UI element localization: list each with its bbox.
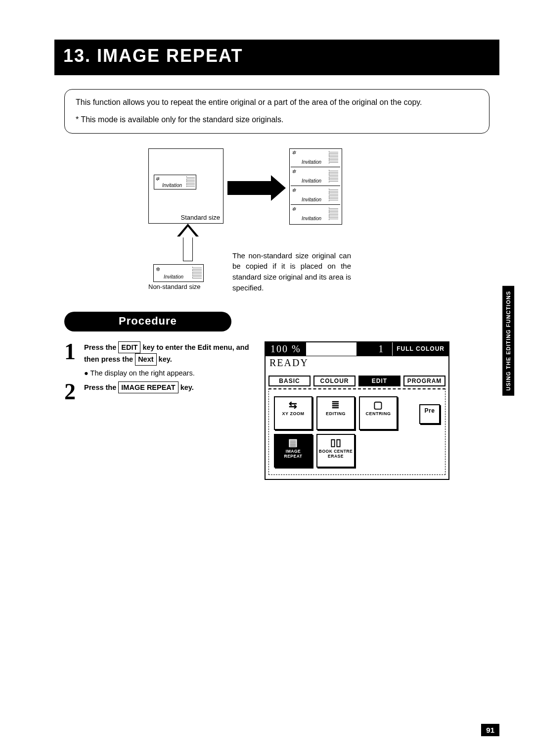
procedure-heading: Procedure bbox=[64, 312, 231, 331]
centring-icon: ▢ bbox=[361, 399, 396, 410]
invitation-repeat-1: ✲ Invitation bbox=[291, 149, 340, 167]
colour-mode: FULL COLOUR bbox=[393, 342, 448, 356]
page: 13. IMAGE REPEAT This function allows yo… bbox=[0, 0, 534, 756]
gear-icon: ✲ bbox=[156, 266, 160, 273]
step-2-pre: Press the bbox=[84, 383, 118, 391]
pattern-icon bbox=[329, 170, 338, 183]
panel-tabs: BASIC COLOUR EDIT PROGRAM bbox=[266, 376, 448, 386]
pattern-icon bbox=[329, 151, 338, 164]
ready-status: READY bbox=[266, 356, 448, 376]
intro-description: This function allows you to repeat the e… bbox=[76, 96, 478, 109]
pre-button[interactable]: Pre bbox=[419, 404, 440, 424]
editing-icon: ≣ bbox=[318, 399, 353, 410]
empty-cell bbox=[359, 434, 398, 468]
image-repeat-key: IMAGE REPEAT bbox=[118, 381, 178, 393]
editing-button[interactable]: ≣ EDITING bbox=[316, 396, 355, 430]
steps-area: 1 Press the EDIT key to enter the Edit m… bbox=[64, 341, 499, 411]
invitation-repeat-3: ✲ Invitation bbox=[291, 187, 340, 205]
next-key: Next bbox=[135, 353, 156, 365]
step-number-1: 1 bbox=[64, 338, 76, 365]
book-centre-erase-button[interactable]: ▯▯ BOOK CENTRE ERASE bbox=[316, 434, 355, 468]
nonstandard-card: ✲ Invitation bbox=[153, 264, 204, 282]
invitation-label: Invitation bbox=[302, 178, 321, 184]
pattern-icon bbox=[186, 176, 195, 187]
xy-zoom-button[interactable]: ⇆ XY ZOOM bbox=[274, 396, 312, 430]
panel-spacer bbox=[307, 342, 357, 356]
centring-label: CENTRING bbox=[366, 411, 391, 416]
gear-icon: ✲ bbox=[292, 188, 296, 193]
intro-box: This function allows you to repeat the e… bbox=[64, 89, 490, 134]
step-1: 1 Press the EDIT key to enter the Edit m… bbox=[64, 341, 262, 378]
step-2: 2 Press the IMAGE REPEAT key. bbox=[64, 381, 262, 411]
tab-program[interactable]: PROGRAM bbox=[403, 376, 445, 386]
panel-button-grid: ⇆ XY ZOOM ≣ EDITING ▢ CENTRING Pre ▤ IMA… bbox=[268, 388, 445, 475]
step-1-sub: ● The display on the right appears. bbox=[84, 368, 262, 378]
invitation-label: Invitation bbox=[302, 197, 321, 202]
invitation-repeat-2: ✲ Invitation bbox=[291, 168, 340, 186]
nonstandard-note: The non-standard size original can be co… bbox=[232, 250, 351, 293]
step-1-post: key. bbox=[159, 355, 172, 363]
standard-original-box: ✲ Invitation Standard size bbox=[148, 148, 223, 224]
invitation-label: Invitation bbox=[164, 274, 183, 280]
diagram-area: ✲ Invitation Standard size ✲ Invitation … bbox=[54, 143, 499, 312]
edit-key: EDIT bbox=[118, 341, 140, 353]
image-repeat-icon: ▤ bbox=[276, 437, 311, 448]
tab-colour[interactable]: COLOUR bbox=[313, 376, 356, 386]
zoom-value: 100 % bbox=[266, 342, 307, 356]
standard-size-caption: Standard size bbox=[181, 214, 221, 221]
section-title: 13. IMAGE REPEAT bbox=[54, 40, 499, 73]
gear-icon: ✲ bbox=[292, 169, 296, 174]
bullet-icon: ● bbox=[84, 369, 89, 377]
step-1-text: Press the EDIT key to enter the Edit men… bbox=[84, 341, 262, 378]
tab-basic[interactable]: BASIC bbox=[268, 376, 311, 386]
image-repeat-label: IMAGE REPEAT bbox=[284, 449, 303, 459]
centring-button[interactable]: ▢ CENTRING bbox=[359, 396, 398, 430]
nonstandard-caption: Non-standard size bbox=[148, 283, 201, 290]
invitation-repeat-4: ✲ Invitation bbox=[291, 205, 340, 223]
step-number-2: 2 bbox=[64, 378, 76, 405]
xy-zoom-label: XY ZOOM bbox=[282, 411, 305, 416]
intro-note: * This mode is available only for the st… bbox=[76, 114, 478, 126]
pre-label: Pre bbox=[425, 407, 435, 414]
arrow-up-icon bbox=[178, 225, 198, 262]
editing-label: EDITING bbox=[326, 411, 346, 416]
book-centre-label: BOOK CENTRE ERASE bbox=[319, 449, 353, 459]
step-2-text: Press the IMAGE REPEAT key. bbox=[84, 381, 262, 393]
gear-icon: ✲ bbox=[292, 206, 296, 212]
page-number: 91 bbox=[481, 724, 499, 736]
pattern-icon bbox=[192, 267, 202, 279]
section-side-tab: USING THE EDITING FUNCTIONS bbox=[502, 286, 514, 396]
xy-zoom-icon: ⇆ bbox=[276, 399, 311, 410]
step-1-pre: Press the bbox=[84, 343, 116, 351]
invitation-label: Invitation bbox=[162, 183, 182, 188]
pattern-icon bbox=[329, 189, 338, 201]
panel-top-row: 100 % 1 FULL COLOUR bbox=[266, 342, 448, 356]
invitation-label: Invitation bbox=[302, 159, 321, 165]
book-centre-icon: ▯▯ bbox=[318, 437, 353, 448]
pattern-icon bbox=[329, 207, 338, 220]
step-2-post: key. bbox=[180, 383, 194, 391]
tab-edit[interactable]: EDIT bbox=[358, 376, 400, 386]
gear-icon: ✲ bbox=[155, 176, 159, 182]
invitation-label: Invitation bbox=[302, 216, 321, 221]
gear-icon: ✲ bbox=[292, 150, 296, 155]
repeated-output-box: ✲ Invitation ✲ Invitation ✲ Invitation ✲… bbox=[289, 148, 342, 225]
title-underline bbox=[54, 73, 499, 75]
image-repeat-button[interactable]: ▤ IMAGE REPEAT bbox=[274, 434, 312, 468]
copier-display-panel: 100 % 1 FULL COLOUR READY BASIC COLOUR E… bbox=[265, 341, 449, 480]
invitation-card: ✲ Invitation bbox=[154, 175, 196, 189]
copy-count: 1 bbox=[356, 342, 393, 356]
step-1-sub-text: The display on the right appears. bbox=[90, 369, 195, 377]
empty-cell bbox=[401, 434, 440, 468]
